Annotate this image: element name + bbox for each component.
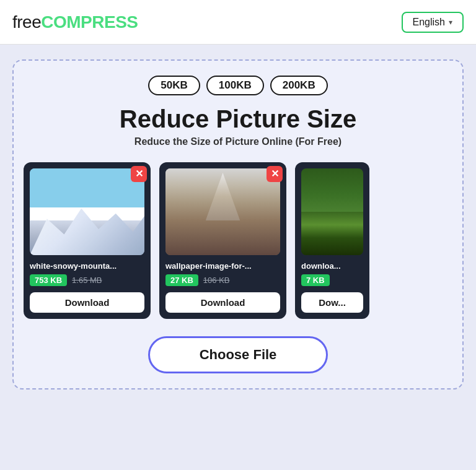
chevron-down-icon: ▾ — [449, 18, 452, 27]
size-badge-200kb[interactable]: 200KB — [270, 76, 328, 95]
card-filename-2: downloa... — [301, 261, 363, 271]
card-sizes-2: 7 KB — [301, 274, 363, 286]
logo: freeCOMPRESS — [12, 12, 138, 32]
size-badge-100kb[interactable]: 100KB — [206, 76, 264, 95]
card-filename-0: white-snowy-mounta... — [30, 261, 144, 271]
card-sizes-0: 753 KB 1.65 MB — [30, 274, 144, 286]
language-label: English — [413, 17, 445, 28]
image-card-0: ✕ white-snowy-mounta... 753 KB 1.65 MB D… — [24, 162, 151, 319]
page-title: Reduce Picture Size — [120, 105, 356, 133]
close-card-1[interactable]: ✕ — [267, 166, 283, 182]
download-button-2[interactable]: Dow... — [301, 292, 363, 313]
card-image-0 — [30, 168, 144, 255]
size-badge-50kb[interactable]: 50KB — [148, 76, 200, 95]
image-card-2: downloa... 7 KB Dow... — [295, 162, 369, 319]
logo-compress: COMPRESS — [41, 12, 138, 32]
size-badges-row: 50KB 100KB 200KB — [148, 76, 327, 95]
upload-container: 50KB 100KB 200KB Reduce Picture Size Red… — [12, 59, 464, 389]
card-image-2 — [301, 168, 363, 255]
download-button-0[interactable]: Download — [30, 292, 144, 313]
size-new-0: 753 KB — [30, 274, 67, 286]
page-subtitle: Reduce the Size of Picture Online (For F… — [134, 136, 342, 147]
card-sizes-1: 27 KB 106 KB — [165, 274, 280, 286]
size-new-1: 27 KB — [165, 274, 198, 286]
image-card-1: ✕ wallpaper-image-for-... 27 KB 106 KB D… — [159, 162, 286, 319]
size-old-1: 106 KB — [203, 276, 230, 285]
card-filename-1: wallpaper-image-for-... — [165, 261, 280, 271]
image-cards-row: ✕ white-snowy-mounta... 753 KB 1.65 MB D… — [24, 162, 452, 319]
card-image-1 — [165, 168, 280, 255]
main-content: 50KB 100KB 200KB Reduce Picture Size Red… — [0, 45, 476, 470]
language-selector[interactable]: English ▾ — [402, 12, 464, 33]
close-card-0[interactable]: ✕ — [131, 166, 147, 182]
download-button-1[interactable]: Download — [165, 292, 280, 313]
logo-free: free — [12, 12, 41, 32]
header: freeCOMPRESS English ▾ — [0, 0, 476, 45]
size-old-0: 1.65 MB — [72, 276, 102, 285]
snow-image — [30, 168, 144, 255]
forest-image — [301, 168, 363, 255]
size-new-2: 7 KB — [301, 274, 330, 286]
choose-file-button[interactable]: Choose File — [148, 336, 328, 373]
mountain-image — [165, 168, 280, 255]
